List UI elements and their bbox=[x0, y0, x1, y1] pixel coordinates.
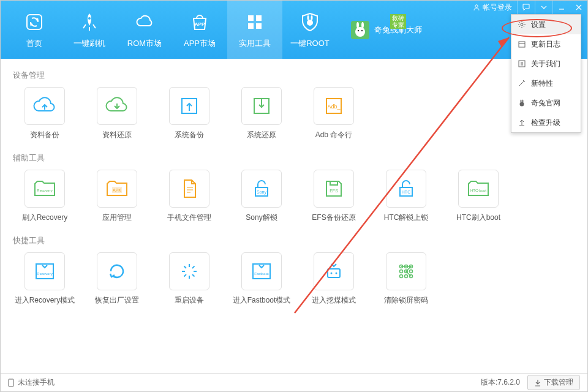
svg-text:APP: APP bbox=[195, 21, 205, 27]
svg-text:HTC-boot: HTC-boot bbox=[470, 189, 486, 192]
feedback-button[interactable] bbox=[518, 1, 535, 14]
box-up-icon bbox=[177, 94, 202, 118]
dd-changelog[interactable]: 更新日志 bbox=[511, 34, 581, 54]
tool-data-restore[interactable]: 资料还原 bbox=[90, 87, 144, 140]
menu-dropdown-button[interactable] bbox=[535, 1, 552, 14]
svg-point-67 bbox=[410, 270, 413, 273]
svg-point-15 bbox=[355, 27, 365, 37]
svg-point-17 bbox=[361, 29, 363, 31]
tool-app-manage[interactable]: APK 应用管理 bbox=[90, 170, 144, 223]
login-button[interactable]: 帐号登录 bbox=[468, 1, 517, 14]
tool-sys-restore[interactable]: 系统还原 bbox=[235, 87, 288, 140]
tool-label: 系统还原 bbox=[247, 130, 276, 140]
version-text: 版本:7.6.2.0 bbox=[481, 377, 520, 388]
tool-label: 手机文件管理 bbox=[167, 213, 211, 223]
close-button[interactable] bbox=[570, 1, 587, 14]
dd-check-update[interactable]: 检查升级 bbox=[511, 113, 581, 132]
nav-tools[interactable]: 实用工具 bbox=[227, 1, 282, 59]
svg-text:APK: APK bbox=[113, 188, 121, 192]
tool-clear-lock[interactable]: 清除锁屏密码 bbox=[379, 252, 433, 306]
nav-label: 实用工具 bbox=[239, 38, 271, 49]
chevron-down-icon bbox=[541, 6, 547, 9]
svg-point-18 bbox=[521, 23, 523, 26]
info-icon bbox=[518, 59, 526, 68]
tool-data-backup[interactable]: 资料备份 bbox=[18, 87, 72, 140]
dd-features[interactable]: 新特性 bbox=[511, 74, 581, 93]
content-area: 设备管理 资料备份 资料还原 系统备份 系统还原 Adb_ Adb 命令行 辅助… bbox=[1, 59, 587, 374]
tool-factory-reset[interactable]: 恢复出厂设置 bbox=[90, 252, 144, 306]
tool-htc-boot[interactable]: HTC-boot HTC刷入boot bbox=[451, 170, 505, 223]
titlebar: 帐号登录 bbox=[468, 1, 587, 14]
svg-point-11 bbox=[307, 20, 313, 26]
download-icon bbox=[534, 379, 541, 386]
minimize-button[interactable] bbox=[553, 1, 570, 14]
tool-sys-backup[interactable]: 系统备份 bbox=[162, 87, 216, 140]
nav-app-market[interactable]: APP APP市场 bbox=[172, 1, 227, 59]
android-down-icon bbox=[322, 259, 346, 284]
dd-settings[interactable]: 设置 bbox=[511, 15, 581, 34]
folder-recovery-icon: Recovery bbox=[31, 176, 58, 201]
svg-text:Recovery: Recovery bbox=[37, 189, 52, 192]
shield-rabbit-icon bbox=[299, 11, 321, 33]
svg-point-61 bbox=[336, 273, 337, 274]
loading-icon bbox=[177, 259, 202, 284]
minimize-icon bbox=[559, 4, 565, 10]
svg-line-56 bbox=[184, 274, 187, 277]
nav-label: APP市场 bbox=[184, 38, 216, 49]
tool-reboot[interactable]: 重启设备 bbox=[162, 252, 216, 306]
nav-label: 一键ROOT bbox=[290, 38, 330, 49]
quick-grid: Recovery 进入Recovery模式 恢复出厂设置 重启设备 Fastbo… bbox=[18, 252, 575, 306]
floppy-efs-icon: EFS bbox=[322, 176, 346, 201]
tool-htc-unlock[interactable]: HTC HTC解锁上锁 bbox=[379, 170, 433, 223]
tool-label: 应用管理 bbox=[102, 213, 132, 223]
tool-sony-unlock[interactable]: Sony Sony解锁 bbox=[235, 170, 288, 223]
expert-badge: 救砖 专家 bbox=[390, 14, 406, 29]
svg-point-9 bbox=[307, 15, 309, 20]
grid-icon bbox=[244, 11, 266, 33]
lock-sony-icon: Sony bbox=[249, 176, 274, 201]
tool-label: 资料备份 bbox=[30, 130, 59, 140]
tool-file-manage[interactable]: 手机文件管理 bbox=[162, 170, 216, 223]
svg-text:HTC: HTC bbox=[402, 190, 410, 194]
nav-wire-flash[interactable]: 奇兔线刷大师 bbox=[350, 20, 422, 40]
tool-label: 资料还原 bbox=[102, 130, 132, 140]
tool-download-mode[interactable]: 进入挖煤模式 bbox=[307, 252, 361, 306]
dd-label: 关于我们 bbox=[531, 59, 560, 69]
tool-label: 进入Recovery模式 bbox=[15, 295, 75, 306]
nav-root[interactable]: 一键ROOT bbox=[282, 1, 337, 59]
nav-rom-market[interactable]: ROM市场 bbox=[117, 1, 172, 59]
svg-text:Sony: Sony bbox=[257, 190, 266, 195]
dd-about[interactable]: 关于我们 bbox=[511, 54, 581, 74]
dd-label: 更新日志 bbox=[531, 39, 560, 50]
tool-efs[interactable]: EFS EFS备份还原 bbox=[307, 170, 361, 223]
fastboot-icon: Fastboot bbox=[248, 259, 275, 284]
tool-adb[interactable]: Adb_ Adb 命令行 bbox=[307, 87, 361, 140]
svg-rect-42 bbox=[330, 181, 337, 185]
svg-rect-8 bbox=[256, 23, 262, 29]
svg-text:Fastboot: Fastboot bbox=[254, 272, 269, 276]
phone-icon bbox=[8, 379, 14, 387]
close-icon bbox=[576, 4, 582, 10]
svg-rect-59 bbox=[328, 269, 340, 277]
download-manager-button[interactable]: 下载管理 bbox=[527, 375, 580, 390]
svg-point-68 bbox=[400, 275, 403, 278]
tool-fastboot[interactable]: Fastboot 进入Fastboot模式 bbox=[235, 252, 288, 306]
app-bag-icon: APP bbox=[189, 11, 211, 33]
nav-flash[interactable]: 一键刷机 bbox=[62, 1, 117, 59]
upload-icon bbox=[518, 118, 526, 127]
tool-label: HTC刷入boot bbox=[456, 213, 500, 223]
nav-home[interactable]: 首页 bbox=[7, 1, 62, 59]
user-icon bbox=[473, 4, 480, 11]
tool-label: 刷入Recovery bbox=[22, 213, 68, 223]
svg-text:EFS: EFS bbox=[330, 189, 338, 193]
tool-enter-recovery[interactable]: Recovery 进入Recovery模式 bbox=[18, 252, 72, 306]
nav-label: ROM市场 bbox=[127, 38, 162, 49]
svg-point-3 bbox=[88, 17, 91, 20]
dd-website[interactable]: 奇兔官网 bbox=[511, 93, 581, 113]
status-bar: 未连接手机 版本:7.6.2.0 下载管理 bbox=[1, 373, 587, 391]
svg-rect-47 bbox=[36, 264, 53, 279]
svg-point-0 bbox=[475, 5, 478, 7]
device-grid: 资料备份 资料还原 系统备份 系统还原 Adb_ Adb 命令行 bbox=[18, 87, 575, 140]
tool-recovery-flash[interactable]: Recovery 刷入Recovery bbox=[18, 170, 72, 223]
nav-label: 一键刷机 bbox=[74, 38, 105, 49]
